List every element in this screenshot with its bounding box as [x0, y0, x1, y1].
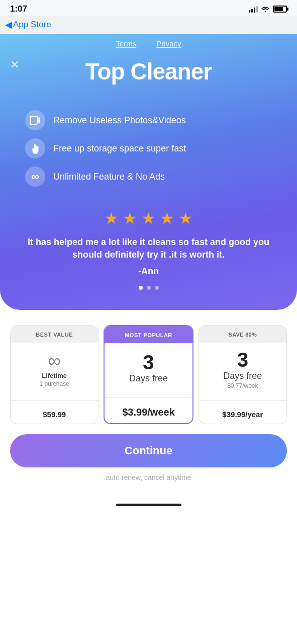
close-button[interactable]: ✕: [10, 59, 19, 70]
feature-item-3: ∞ Unlimited Feature & No Ads: [25, 167, 272, 187]
plan-popular-price: $3.99/week: [105, 401, 192, 423]
feature-text-3: Unlimited Feature & No Ads: [53, 172, 165, 182]
plan-popular-days: 3: [143, 352, 154, 372]
review-author: -Ann: [0, 266, 297, 277]
pricing-cards: BEST VALUE ∞ Lifetime 1 purchase $59.99 …: [10, 325, 287, 424]
svg-rect-0: [30, 116, 37, 124]
star-1: ★: [104, 209, 119, 228]
continue-button[interactable]: Continue: [10, 434, 287, 467]
plan-lifetime-header: BEST VALUE: [11, 326, 98, 343]
plan-lifetime[interactable]: BEST VALUE ∞ Lifetime 1 purchase $59.99: [10, 325, 98, 424]
plan-popular-header: MOST POPULAR: [105, 326, 192, 343]
signal-bars-icon: [249, 6, 258, 13]
plan-lifetime-body: ∞ Lifetime 1 purchase: [11, 343, 98, 396]
plan-lifetime-header-label: BEST VALUE: [36, 332, 73, 338]
plan-lifetime-main: Lifetime: [42, 372, 67, 379]
plan-popular-free: Days free: [129, 373, 168, 384]
star-5: ★: [178, 209, 193, 228]
infinity-symbol: ∞: [48, 352, 61, 370]
plan-yearly[interactable]: SAVE 80% 3 Days free $0.77/week $39.99/y…: [199, 325, 287, 424]
home-bar: [116, 504, 181, 506]
hero-section: ✕ Terms Privacy Top Cleaner Remove Usele…: [0, 34, 297, 310]
plan-popular-header-label: MOST POPULAR: [125, 332, 172, 338]
plan-lifetime-sub: 1 purchase: [39, 380, 69, 387]
plan-yearly-days: 3: [237, 350, 248, 370]
app-title: Top Cleaner: [0, 58, 297, 85]
star-3: ★: [141, 209, 156, 228]
nav-links: Terms Privacy: [0, 34, 297, 58]
plan-yearly-price: $39.99/year: [199, 405, 286, 424]
status-time: 1:07: [10, 4, 27, 14]
pricing-section: BEST VALUE ∞ Lifetime 1 purchase $59.99 …: [0, 310, 297, 500]
plan-yearly-header-label: SAVE 80%: [229, 332, 257, 338]
dot-3[interactable]: [155, 286, 159, 290]
app-store-back[interactable]: ◀ App Store: [0, 16, 297, 34]
hand-icon: [25, 138, 45, 158]
plan-divider-1: [11, 400, 98, 401]
plan-popular[interactable]: MOST POPULAR 3 Days free $3.99/week: [104, 325, 193, 424]
plan-lifetime-price: $59.99: [11, 405, 98, 424]
infinity-feature-icon: ∞: [25, 167, 45, 187]
video-icon: [25, 110, 45, 130]
review-text: It has helped me a lot like it cleans so…: [0, 236, 297, 261]
stars-rating: ★ ★ ★ ★ ★: [0, 209, 297, 228]
star-2: ★: [123, 209, 137, 228]
plan-yearly-body: 3 Days free $0.77/week: [199, 343, 286, 396]
plan-yearly-free: Days free: [223, 371, 262, 381]
terms-link[interactable]: Terms: [116, 39, 136, 48]
feature-item-2: Free up storage space super fast: [25, 138, 272, 158]
plan-divider-3: [199, 400, 286, 401]
dot-2[interactable]: [147, 286, 151, 290]
carousel-dots: [0, 286, 297, 290]
feature-item-1: Remove Useless Photos&Videos: [25, 110, 272, 130]
plan-yearly-price-sub: $0.77/week: [227, 382, 258, 389]
star-4: ★: [160, 209, 174, 228]
feature-text-1: Remove Useless Photos&Videos: [53, 115, 186, 126]
features-list: Remove Useless Photos&Videos Free up sto…: [0, 100, 297, 197]
home-indicator: [0, 500, 297, 511]
dot-1[interactable]: [139, 286, 143, 290]
plan-divider-2: [105, 397, 192, 397]
back-chevron-icon: ◀: [5, 19, 12, 30]
plan-popular-body: 3 Days free: [105, 343, 192, 393]
auto-renew-text: auto renew, cancel anytime: [10, 473, 287, 481]
feature-text-2: Free up storage space super fast: [53, 143, 186, 154]
status-bar: 1:07: [0, 0, 297, 16]
wifi-icon: [261, 6, 270, 13]
back-store-label: App Store: [13, 20, 51, 30]
battery-icon: [273, 6, 287, 13]
status-icons: [249, 6, 287, 13]
plan-yearly-header: SAVE 80%: [199, 326, 286, 343]
privacy-link[interactable]: Privacy: [156, 39, 181, 48]
